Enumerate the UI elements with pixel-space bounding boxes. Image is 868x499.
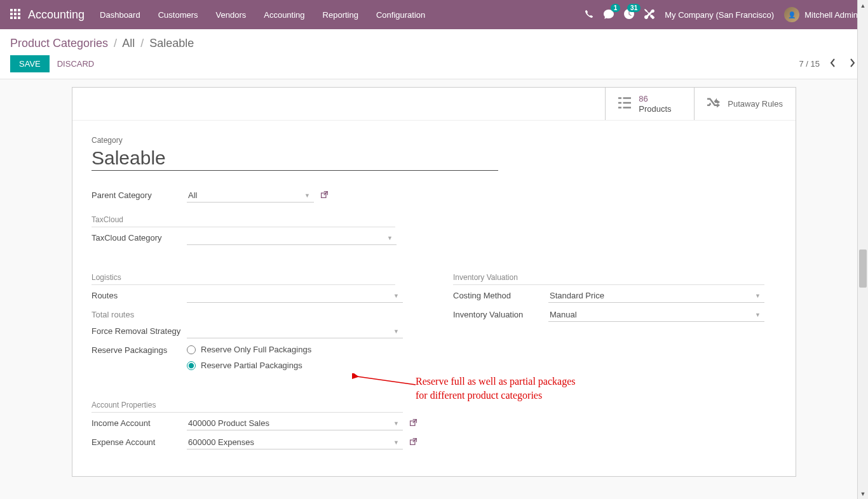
reserve-full-label: Reserve Only Full Packagings bbox=[201, 345, 311, 354]
svg-rect-8 bbox=[18, 17, 20, 19]
putaway-stat-button[interactable]: Putaway Rules bbox=[694, 88, 796, 120]
costing-method-input[interactable] bbox=[548, 289, 764, 303]
svg-rect-11 bbox=[618, 102, 621, 104]
putaway-label: Putaway Rules bbox=[728, 99, 783, 109]
svg-rect-0 bbox=[10, 9, 13, 11]
routes-input[interactable] bbox=[187, 289, 403, 303]
products-stat-button[interactable]: 86 Products bbox=[605, 88, 694, 120]
menu-configuration[interactable]: Configuration bbox=[376, 10, 425, 20]
menu-reporting[interactable]: Reporting bbox=[323, 10, 358, 20]
svg-rect-7 bbox=[14, 17, 17, 19]
messages-badge: 1 bbox=[611, 4, 621, 12]
activities-badge: 31 bbox=[627, 4, 641, 12]
costing-method-label: Costing Method bbox=[453, 289, 548, 300]
user-name: Mitchell Admin bbox=[804, 10, 858, 20]
menu-vendors[interactable]: Vendors bbox=[216, 10, 247, 20]
inventory-valuation-input[interactable] bbox=[548, 308, 764, 322]
taxcloud-category-label: TaxCloud Category bbox=[92, 231, 187, 243]
random-icon bbox=[707, 96, 720, 111]
products-label: Products bbox=[639, 104, 671, 114]
user-menu[interactable]: 👤 Mitchell Admin bbox=[784, 7, 858, 22]
svg-rect-1 bbox=[14, 9, 17, 11]
app-name[interactable]: Accounting bbox=[28, 8, 85, 22]
menu-dashboard[interactable]: Dashboard bbox=[100, 10, 140, 20]
category-name-input[interactable] bbox=[92, 146, 498, 171]
expense-account-input[interactable] bbox=[187, 436, 403, 449]
company-switcher[interactable]: My Company (San Francisco) bbox=[665, 10, 774, 20]
svg-rect-6 bbox=[10, 17, 13, 19]
svg-rect-9 bbox=[618, 97, 621, 99]
total-routes-label: Total routes bbox=[92, 308, 187, 319]
svg-rect-2 bbox=[18, 9, 20, 11]
pager-next-icon[interactable] bbox=[846, 57, 858, 70]
reserve-partial-radio[interactable] bbox=[187, 361, 196, 370]
svg-rect-3 bbox=[10, 13, 13, 15]
svg-rect-5 bbox=[18, 13, 20, 15]
svg-rect-12 bbox=[623, 102, 632, 104]
force-removal-input[interactable] bbox=[187, 324, 403, 338]
parent-category-label: Parent Category bbox=[92, 189, 187, 200]
menu-accounting[interactable]: Accounting bbox=[264, 10, 304, 20]
discard-button[interactable]: DISCARD bbox=[57, 59, 95, 69]
svg-rect-13 bbox=[618, 107, 621, 109]
external-link-icon[interactable] bbox=[409, 437, 417, 448]
form-sheet: 86 Products Putaway Rules Category bbox=[72, 87, 796, 477]
category-label: Category bbox=[92, 136, 776, 145]
pager-text: 7 / 15 bbox=[799, 59, 820, 69]
logistics-section: Logistics bbox=[92, 273, 395, 285]
routes-label: Routes bbox=[92, 289, 187, 300]
expense-account-label: Expense Account bbox=[92, 436, 187, 447]
reserve-packagings-label: Reserve Packagings bbox=[92, 343, 187, 355]
debug-icon[interactable] bbox=[644, 9, 654, 21]
inventory-section: Inventory Valuation bbox=[453, 273, 764, 285]
activities-icon[interactable]: 31 bbox=[624, 9, 634, 21]
income-account-input[interactable] bbox=[187, 416, 403, 430]
messages-icon[interactable]: 1 bbox=[604, 9, 614, 21]
main-menu: Dashboard Customers Vendors Accounting R… bbox=[100, 10, 585, 20]
income-account-label: Income Account bbox=[92, 416, 187, 428]
reserve-full-radio[interactable] bbox=[187, 345, 196, 354]
user-avatar: 👤 bbox=[784, 7, 799, 22]
svg-rect-14 bbox=[623, 107, 632, 109]
svg-rect-4 bbox=[14, 13, 17, 15]
parent-category-input[interactable] bbox=[187, 189, 314, 203]
apps-icon[interactable] bbox=[10, 9, 20, 21]
breadcrumb-path2: Saleable bbox=[149, 37, 194, 50]
breadcrumb-root[interactable]: Product Categories bbox=[10, 37, 108, 50]
account-section: Account Properties bbox=[92, 401, 403, 413]
reserve-partial-label: Reserve Partial Packagings bbox=[201, 361, 302, 370]
breadcrumb-path1: All bbox=[122, 37, 135, 50]
taxcloud-category-input[interactable] bbox=[187, 231, 397, 245]
pager-prev-icon[interactable] bbox=[827, 57, 839, 70]
button-box: 86 Products Putaway Rules bbox=[72, 88, 796, 121]
title-group: Category bbox=[92, 136, 776, 171]
svg-rect-10 bbox=[623, 97, 632, 99]
products-count: 86 bbox=[639, 94, 671, 104]
control-panel: Product Categories / All / Saleable SAVE… bbox=[0, 29, 868, 79]
scroll-up-icon[interactable]: ▲ bbox=[858, 0, 868, 11]
pager: 7 / 15 bbox=[799, 57, 858, 70]
scroll-thumb[interactable] bbox=[859, 250, 867, 288]
breadcrumb: Product Categories / All / Saleable bbox=[10, 37, 858, 50]
menu-customers[interactable]: Customers bbox=[158, 10, 198, 20]
taxcloud-section: TaxCloud bbox=[92, 215, 395, 227]
save-button[interactable]: SAVE bbox=[10, 55, 50, 72]
bars-icon bbox=[618, 96, 631, 111]
external-link-icon[interactable] bbox=[409, 418, 417, 429]
systray: 1 31 My Company (San Francisco) 👤 Mitche… bbox=[585, 7, 858, 22]
vertical-scrollbar[interactable]: ▲ ▼ bbox=[857, 0, 868, 477]
inventory-valuation-label: Inventory Valuation bbox=[453, 308, 548, 319]
external-link-icon[interactable] bbox=[320, 190, 329, 201]
reserve-packagings-radio: Reserve Only Full Packagings Reserve Par… bbox=[187, 343, 311, 370]
top-navbar: Accounting Dashboard Customers Vendors A… bbox=[0, 0, 868, 29]
force-removal-label: Force Removal Strategy bbox=[92, 324, 187, 336]
phone-icon[interactable] bbox=[585, 10, 593, 20]
